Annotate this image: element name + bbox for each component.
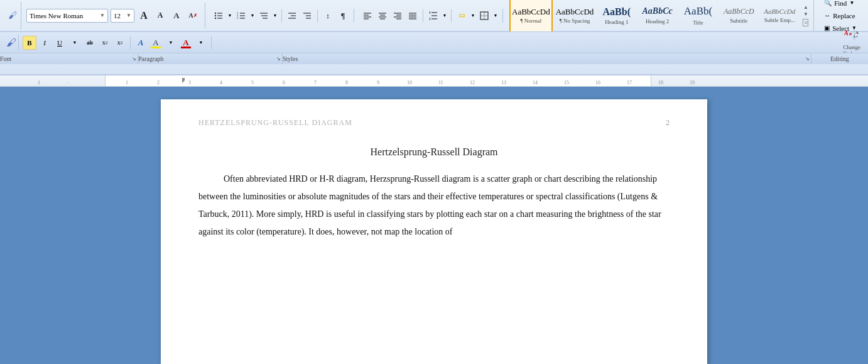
font-size-selector[interactable]: 12 ▼ bbox=[111, 9, 134, 23]
bullet-list-button[interactable] bbox=[212, 9, 225, 23]
highlight-button[interactable]: A bbox=[149, 36, 163, 50]
replace-button[interactable]: ↔ Replace bbox=[822, 11, 857, 21]
svg-text:A: A bbox=[844, 30, 849, 36]
multilevel-list-arrow[interactable]: ▼ bbox=[272, 9, 278, 23]
line-spacing-arrow[interactable]: ▼ bbox=[442, 9, 448, 23]
font-color-arrow[interactable]: ▼ bbox=[194, 36, 208, 50]
style-title-button[interactable]: AaBb( Title bbox=[678, 0, 718, 33]
find-arrow[interactable]: ▼ bbox=[849, 0, 854, 6]
font-family-arrow[interactable]: ▼ bbox=[100, 13, 105, 18]
ribbon-top-row: 🖌 Times New Roman ▼ 12 ▼ A A A A✗ bbox=[0, 0, 868, 31]
font-size-arrow[interactable]: ▼ bbox=[126, 13, 131, 18]
align-left-button[interactable] bbox=[361, 9, 374, 23]
styles-scroll-container: AaBbCcDd ¶ Normal AaBbCcDd ¶ No Spacing … bbox=[509, 0, 800, 33]
style-subtitle-preview: AaBbCcD bbox=[724, 7, 754, 16]
borders-arrow[interactable]: ▼ bbox=[492, 9, 499, 23]
underline-arrow[interactable]: ▼ bbox=[68, 36, 82, 50]
shading-arrow[interactable]: ▼ bbox=[470, 9, 476, 23]
clear-formatting-button[interactable]: A✗ bbox=[186, 9, 200, 23]
paragraph-expand-button[interactable]: ↘ bbox=[276, 56, 281, 62]
replace-label: Replace bbox=[833, 12, 855, 19]
ribbon-labels-row: Font ↘ Paragraph ↘ Styles ↘ Editing bbox=[0, 53, 868, 64]
font-shrink-button[interactable]: A bbox=[153, 9, 167, 23]
font-expand-button[interactable]: ↘ bbox=[132, 56, 136, 62]
bullet-list-arrow[interactable]: ▼ bbox=[227, 9, 233, 23]
multilevel-list-button[interactable] bbox=[257, 9, 271, 23]
style-no-spacing-button[interactable]: AaBbCcDd ¶ No Spacing bbox=[554, 0, 596, 33]
superscript-button[interactable]: x2 bbox=[113, 36, 127, 50]
style-subtle-emphasis-button[interactable]: AaBbCcDd Subtle Emp... bbox=[760, 0, 800, 33]
style-no-spacing-label: ¶ No Spacing bbox=[560, 18, 590, 24]
page-number: 2 bbox=[666, 118, 670, 128]
change-styles-icon: AaAA▼ bbox=[844, 29, 859, 44]
alignment-group: ▼ ▭ ▼ ▼ bbox=[357, 9, 503, 23]
document-body[interactable]: Often abbreviated HRD or H-R diagram, He… bbox=[198, 170, 670, 241]
number-list-button[interactable]: 1.2.3. bbox=[234, 9, 248, 23]
sort-button[interactable]: ↕ bbox=[321, 9, 335, 23]
ribbon: 🖌 Times New Roman ▼ 12 ▼ A A A A✗ bbox=[0, 0, 868, 75]
font-section: Times New Roman ▼ 12 ▼ A A A A✗ bbox=[26, 3, 205, 28]
line-spacing-button[interactable] bbox=[426, 9, 440, 23]
font-color-bar bbox=[181, 47, 191, 48]
font-grow-button[interactable]: A bbox=[137, 9, 151, 23]
svg-text:▼: ▼ bbox=[855, 35, 859, 38]
shading-button[interactable]: ▭ bbox=[455, 9, 469, 23]
borders-button[interactable] bbox=[477, 9, 491, 23]
font-color-button[interactable]: A bbox=[179, 36, 193, 50]
style-subtle-emphasis-label: Subtle Emp... bbox=[764, 17, 795, 23]
align-center-button[interactable] bbox=[376, 9, 389, 23]
highlight-color-bar bbox=[151, 47, 161, 48]
styles-expand-button[interactable]: ↘ bbox=[805, 56, 810, 62]
style-heading1-label: Heading 1 bbox=[605, 19, 628, 25]
style-normal-button[interactable]: AaBbCcDd ¶ Normal bbox=[509, 0, 553, 33]
justify-button[interactable] bbox=[406, 9, 420, 23]
strikethrough-button[interactable]: ab bbox=[83, 36, 97, 50]
text-effects-button[interactable]: A bbox=[134, 36, 148, 50]
bold-button[interactable]: B bbox=[23, 36, 36, 50]
italic-button[interactable]: I bbox=[38, 36, 52, 50]
style-heading1-preview: AaBb( bbox=[603, 6, 631, 18]
find-label: Find bbox=[834, 0, 847, 7]
svg-text:A: A bbox=[855, 30, 859, 35]
select-icon: ▣ bbox=[824, 25, 830, 31]
font-family-selector[interactable]: Times New Roman ▼ bbox=[26, 9, 108, 23]
style-title-preview: AaBb( bbox=[684, 5, 712, 18]
svg-text:3.: 3. bbox=[237, 17, 239, 19]
align-right-button[interactable] bbox=[391, 9, 404, 23]
decrease-indent-button[interactable] bbox=[285, 9, 299, 23]
ruler: 1 · 1 2 3 4 5 6 7 8 9 10 11 12 13 14 15 … bbox=[0, 75, 868, 87]
svg-text:a: a bbox=[849, 31, 852, 36]
style-subtle-emphasis-preview: AaBbCcDd bbox=[764, 8, 795, 16]
subscript-button[interactable]: x2 bbox=[98, 36, 112, 50]
highlight-arrow[interactable]: ▼ bbox=[164, 36, 178, 50]
svg-point-3 bbox=[215, 12, 216, 13]
ruler-tab-marker bbox=[182, 78, 187, 83]
svg-point-4 bbox=[215, 14, 216, 16]
style-subtitle-button[interactable]: AaBbCcD Subtitle bbox=[719, 0, 759, 33]
page-header: HERTZELSPRUNG-RUSSELL DIAGRAM 2 bbox=[198, 118, 670, 128]
painter-icon: 🖌 bbox=[6, 37, 16, 48]
style-normal-preview: AaBbCcDd bbox=[512, 7, 550, 17]
change-case-button[interactable]: A bbox=[170, 9, 183, 23]
document-page: HERTZELSPRUNG-RUSSELL DIAGRAM 2 Hertzels… bbox=[161, 99, 707, 364]
style-heading2-preview: AaBbCc bbox=[643, 6, 673, 17]
find-icon: 🔍 bbox=[824, 0, 832, 6]
font-family-value: Times New Roman bbox=[30, 12, 83, 19]
format-painter-bottom[interactable]: 🖌 bbox=[4, 35, 19, 51]
style-heading2-button[interactable]: AaBbCc Heading 2 bbox=[637, 0, 677, 33]
font-size-value: 12 bbox=[114, 12, 121, 19]
find-button[interactable]: 🔍 Find ▼ bbox=[822, 0, 857, 8]
replace-icon: ↔ bbox=[824, 12, 830, 19]
font-group-label: Font ↘ bbox=[0, 53, 138, 64]
svg-point-5 bbox=[215, 17, 216, 18]
styles-group-label: Styles ↘ bbox=[283, 53, 811, 64]
format-painter-button[interactable]: 🖌 bbox=[4, 2, 21, 30]
document-area: HERTZELSPRUNG-RUSSELL DIAGRAM 2 Hertzels… bbox=[0, 87, 868, 364]
number-list-arrow[interactable]: ▼ bbox=[249, 9, 256, 23]
underline-button[interactable]: U bbox=[53, 36, 67, 50]
styles-scroll-arrows[interactable]: ▲ ▼ ≡ bbox=[802, 4, 810, 26]
style-no-spacing-preview: AaBbCcDd bbox=[556, 7, 594, 17]
style-heading1-button[interactable]: AaBb( Heading 1 bbox=[597, 0, 636, 33]
increase-indent-button[interactable] bbox=[300, 9, 314, 23]
show-formatting-marks-button[interactable]: ¶ bbox=[336, 9, 350, 23]
